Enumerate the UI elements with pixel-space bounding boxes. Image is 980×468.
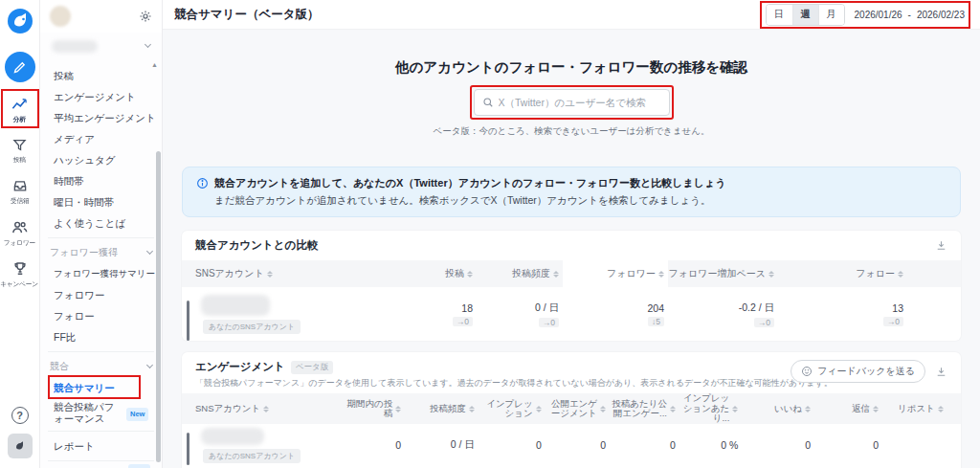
sort-icon bbox=[469, 406, 475, 412]
col-post-frequency[interactable]: 投稿頻度 bbox=[477, 260, 563, 287]
cell-likes: 0 bbox=[742, 439, 814, 451]
rail-item-label: キャンペーン bbox=[1, 280, 39, 289]
sidebar-item-follower-summary[interactable]: フォロワー獲得サマリー bbox=[40, 263, 162, 284]
date-end: 2026/02/23 bbox=[917, 10, 965, 20]
col-impressions[interactable]: インプレッション bbox=[479, 393, 546, 424]
col-followers[interactable]: フォロワー bbox=[563, 260, 668, 287]
compose-button[interactable] bbox=[5, 52, 35, 82]
sidebar-item-day-timeband[interactable]: 曜日・時間帯 bbox=[40, 191, 162, 212]
col-posts-in-period[interactable]: 期間内の投稿 bbox=[339, 393, 405, 424]
icon-rail: 分析 投稿 受信箱 フォロワー キャンペーン ? bbox=[0, 0, 40, 468]
sidebar-item-report[interactable]: レポート bbox=[40, 435, 162, 457]
col-reposts[interactable]: リポスト bbox=[882, 393, 947, 424]
sidebar-section-competitor[interactable]: 競合 bbox=[40, 356, 162, 377]
cell-followers: 204 ↓5 bbox=[563, 302, 668, 326]
period-month-button[interactable]: 月 bbox=[818, 5, 844, 25]
change-badge: →0 bbox=[883, 317, 903, 326]
socialdog-logo[interactable] bbox=[7, 8, 33, 34]
rail-item-campaign[interactable]: キャンペーン bbox=[2, 260, 38, 289]
sidebar-item-competitor-summary[interactable]: 競合サマリー bbox=[40, 377, 162, 398]
col-sns-account[interactable]: SNSアカウント bbox=[195, 393, 339, 424]
col-follows[interactable]: フォロー bbox=[778, 260, 907, 287]
dog-mascot-icon[interactable] bbox=[8, 434, 33, 458]
engagement-title: エンゲージメント bbox=[195, 360, 285, 374]
sidebar-item-posts[interactable]: 投稿 bbox=[40, 65, 162, 86]
section-label: 競合 bbox=[50, 360, 69, 373]
cell-follows: 13 →0 bbox=[778, 302, 907, 326]
date-separator: - bbox=[908, 10, 911, 20]
rail-item-inbox[interactable]: 受信箱 bbox=[2, 177, 38, 206]
col-follower-growth[interactable]: フォロワー増加ペース bbox=[668, 260, 778, 287]
rail-item-posts[interactable]: 投稿 bbox=[2, 137, 38, 165]
download-icon[interactable] bbox=[935, 366, 947, 378]
comparison-card: 競合アカウントとの比較 SNSアカウント 投稿 投稿頻度 フォロワー bbox=[182, 231, 961, 341]
analytics-chart-icon bbox=[11, 95, 29, 113]
col-per-impression[interactable]: インプレッションあたり... bbox=[679, 393, 742, 424]
feedback-button[interactable]: フィードバックを送る bbox=[791, 360, 925, 383]
sidebar-scrollbar[interactable] bbox=[156, 151, 161, 462]
comparison-row[interactable]: あなたのSNSアカウント 18 →0 0 / 日 →0 204 ↓5 -0.2 … bbox=[182, 287, 961, 341]
sidebar-item-media[interactable]: メディア bbox=[40, 128, 162, 149]
sidebar-item-hashtag[interactable]: ハッシュタグ bbox=[40, 149, 162, 170]
account-selector[interactable] bbox=[40, 33, 162, 59]
beta-note: ベータ版：今のところ、検索できないユーザーは分析できません。 bbox=[182, 125, 961, 138]
sort-icon bbox=[467, 271, 473, 278]
change-badge: →0 bbox=[453, 317, 473, 326]
col-public-engagement[interactable]: 公開エンゲージメント bbox=[546, 393, 610, 424]
search-input[interactable] bbox=[499, 97, 661, 108]
sidebar-section-follower-acquisition[interactable]: フォロワー獲得 bbox=[40, 242, 162, 263]
col-posts[interactable]: 投稿 bbox=[406, 260, 477, 287]
change-badge: →0 bbox=[754, 318, 774, 327]
rail-item-followers[interactable]: フォロワー bbox=[2, 218, 38, 248]
account-badge: あなたのSNSアカウント bbox=[203, 320, 301, 334]
date-range[interactable]: 2026/01/26 - 2026/02/23 bbox=[855, 10, 965, 20]
search-annotated bbox=[474, 89, 670, 116]
rail-item-label: 投稿 bbox=[13, 156, 26, 165]
chevron-down-icon bbox=[146, 362, 153, 368]
gear-icon[interactable] bbox=[139, 10, 152, 23]
period-week-button[interactable]: 週 bbox=[792, 5, 818, 25]
col-likes[interactable]: いいね bbox=[742, 393, 814, 424]
cell-posts: 18 →0 bbox=[406, 302, 477, 326]
scroll-up-icon[interactable]: ▲ bbox=[151, 61, 158, 68]
account-cell: あなたのSNSアカウント bbox=[195, 295, 406, 334]
sidebar-item-ff-ratio[interactable]: FF比 bbox=[40, 326, 162, 347]
sidebar-item-timeband[interactable]: 時間帯 bbox=[40, 170, 162, 191]
col-engagement-per-post[interactable]: 投稿あたり公開エンゲー... bbox=[610, 393, 679, 424]
sidebar-item-follows[interactable]: フォロー bbox=[40, 305, 162, 326]
help-icon[interactable]: ? bbox=[11, 407, 29, 424]
sort-icon bbox=[536, 406, 542, 412]
main-content: 他のアカウントのフォロー・フォロワー数の推移を確認 ベータ版：今のところ、検索で… bbox=[163, 30, 980, 468]
divider bbox=[48, 460, 154, 461]
download-icon[interactable] bbox=[935, 239, 947, 252]
sidebar-item-common-words[interactable]: よく使うことば bbox=[40, 212, 162, 234]
col-replies[interactable]: 返信 bbox=[814, 393, 882, 424]
campaign-trophy-icon bbox=[11, 260, 29, 278]
cell-impressions: 0 bbox=[479, 439, 546, 451]
sidebar-item-engagement[interactable]: エンゲージメント bbox=[40, 86, 162, 107]
avatar[interactable] bbox=[50, 6, 71, 27]
period-segmented-control: 日 週 月 bbox=[766, 4, 845, 26]
cell-public-engagement: 0 bbox=[546, 439, 610, 451]
sidebar-item-followers[interactable]: フォロワー bbox=[40, 284, 162, 305]
sidebar-menu: ▲ 投稿 エンゲージメント 平均エンゲージメント メディア ハッシュタグ 時間帯… bbox=[40, 59, 162, 468]
cell-follower-growth: -0.2 / 日 →0 bbox=[668, 301, 778, 327]
section-label: フォロワー獲得 bbox=[50, 246, 118, 259]
account-name-blurred bbox=[201, 295, 270, 316]
date-start: 2026/01/26 bbox=[855, 10, 902, 20]
col-sns-account[interactable]: SNSアカウント bbox=[195, 260, 406, 287]
sidebar-item-avg-engagement[interactable]: 平均エンゲージメント bbox=[40, 107, 162, 128]
period-day-button[interactable]: 日 bbox=[767, 5, 792, 25]
engagement-row[interactable]: あなたのSNSアカウント 0 0 / 日 0 0 0 0 % 0 0 bbox=[182, 424, 961, 466]
item-label: 競合投稿パフォーマンス bbox=[54, 401, 122, 424]
sidebar-item-competitor-post-performance[interactable]: 競合投稿パフォーマンス New bbox=[40, 398, 153, 427]
feedback-label: フィードバックを送る bbox=[817, 365, 915, 378]
col-post-frequency[interactable]: 投稿頻度 bbox=[405, 393, 479, 424]
rail-item-label: 受信箱 bbox=[11, 197, 29, 206]
rail-item-analytics[interactable]: 分析 bbox=[2, 95, 38, 124]
account-name-blurred bbox=[201, 428, 264, 445]
engagement-table-header: SNSアカウント 期間内の投稿 投稿頻度 インプレッション 公開エンゲージメント… bbox=[182, 393, 961, 424]
beta-badge: ベータ版 bbox=[291, 361, 333, 374]
change-badge: →0 bbox=[539, 318, 559, 327]
rail-item-label: フォロワー bbox=[4, 239, 35, 248]
